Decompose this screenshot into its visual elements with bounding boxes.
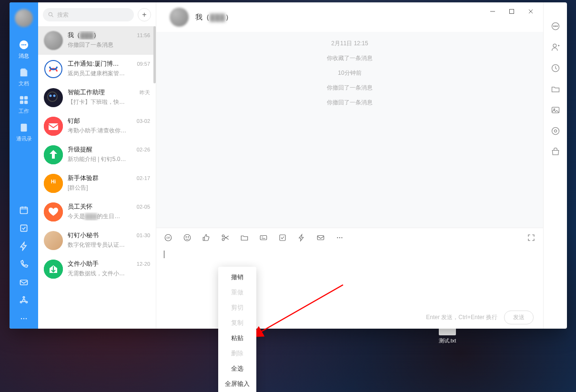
scissors-icon[interactable] [221,233,230,242]
thumbs-up-icon[interactable] [202,233,211,242]
close-button[interactable] [521,5,540,18]
docs-icon [10,67,38,79]
gif-icon[interactable]: GIF [164,233,172,242]
conversation-item[interactable]: 升级提醒02-26新功能介绍 | 钉钉5.0… [38,141,156,169]
search-input[interactable]: 搜索 [43,8,134,21]
user-avatar[interactable] [15,9,33,27]
conversation-avatar [44,231,63,250]
svg-point-24 [53,95,56,97]
conversation-preview: 今天是▓▓▓的生日… [68,212,150,221]
context-menu-item: 复制 [218,315,256,331]
nav-contacts[interactable]: 通讯录 [10,119,38,146]
nav-flash[interactable] [10,238,38,256]
nav-calendar[interactable] [10,202,38,220]
chat-header-avatar[interactable] [170,8,189,27]
svg-point-49 [556,26,557,27]
conversation-time: 02-26 [137,147,150,152]
fullscreen-icon[interactable] [527,233,536,242]
svg-point-18 [26,318,27,320]
nav-tasks[interactable] [10,220,38,238]
mail-icon[interactable] [316,233,325,242]
svg-point-44 [339,237,340,238]
conversation-name: 我（▓▓▓） [68,31,100,40]
conversation-avatar [44,117,63,136]
conversation-preview: 返岗员工健康档案管… [68,70,150,78]
card-icon[interactable] [259,233,268,242]
conversation-preview: [群公告] [68,184,150,192]
conversation-item[interactable]: Hi新手体验群02-17[群公告] [38,169,156,198]
message-input[interactable] [156,247,543,306]
nav-cloud[interactable] [10,292,38,311]
conversation-name: 文件小助手 [68,260,99,268]
conversation-preview: 无需数据线，文件小… [68,270,150,278]
context-menu-item[interactable]: 粘贴 [218,331,256,346]
conversation-time: 09:57 [137,61,150,67]
conversation-item[interactable]: 钉钉小秘书01-30数字化管理专员认证… [38,226,156,255]
minimize-button[interactable] [483,5,502,18]
svg-rect-8 [21,124,27,132]
svg-text:Hi: Hi [51,179,56,184]
nav-work[interactable]: 工作 [10,91,38,119]
conversation-name: 升级提醒 [68,145,92,154]
context-menu-item[interactable]: 全选 [218,361,256,376]
chat-message-area[interactable]: 2月11日 12:15你收藏了一条消息10分钟前你撤回了一条消息你撤回了一条消息 [156,32,543,228]
conversation-item[interactable]: 文件小助手12-20无需数据线，文件小… [38,255,156,283]
svg-point-12 [23,300,25,302]
svg-point-39 [222,238,224,241]
window-controls [483,5,540,18]
svg-point-36 [186,236,187,237]
svg-point-19 [49,12,52,16]
context-menu-item[interactable]: 撤销 [218,270,256,285]
nav-mail[interactable] [10,274,38,292]
svg-rect-9 [20,207,28,213]
chat-panel: 我（▓▓▓） 2月11日 12:15你收藏了一条消息10分钟前你撤回了一条消息你… [156,2,543,329]
conversation-item[interactable]: 智能工作助理昨天【打卡】下班啦，快… [38,83,156,112]
nav-docs[interactable]: 文档 [10,63,38,91]
link-icon[interactable] [551,126,560,136]
emoji-icon[interactable] [183,233,192,242]
svg-rect-41 [280,235,285,241]
right-toolbar [543,2,567,329]
chat-ellipsis-icon[interactable] [551,21,560,31]
nav-contacts-label: 通讯录 [16,136,32,141]
nav-phone[interactable] [10,256,38,274]
folder-open-icon[interactable] [551,84,560,94]
conversation-preview: 新功能介绍 | 钉钉5.0… [68,155,150,163]
conversation-name: 钉邮 [68,117,80,125]
checkbox-icon[interactable] [278,233,287,242]
folder-icon[interactable] [240,233,249,242]
image-icon[interactable] [551,105,560,115]
sidebar-nav: 消息 文档 工作 通讯录 [10,2,38,329]
svg-rect-40 [260,235,267,240]
conversation-preview: 数字化管理专员认证… [68,241,150,249]
apps-icon [10,95,38,106]
conversation-item[interactable]: 钉邮03-02考勤小助手:请查收你… [38,112,156,141]
svg-rect-26 [49,123,58,130]
add-button[interactable]: + [138,8,151,21]
context-menu: 撤销重做剪切复制粘贴删除全选全屏输入 [218,267,256,392]
search-row: 搜索 + [38,2,156,26]
nav-messages[interactable]: 消息 [10,36,38,63]
flash-icon[interactable] [297,233,306,242]
conversation-time: 12-20 [137,261,150,267]
context-menu-item: 剪切 [218,300,256,315]
svg-point-16 [21,318,22,320]
shop-icon[interactable] [551,147,560,157]
context-menu-item[interactable]: 全屏输入 [218,376,256,392]
conversation-item[interactable]: 工作通知:厦门博…09:57返岗员工健康档案管… [38,55,156,83]
conversation-item[interactable]: 员工关怀02-05今天是▓▓▓的生日… [38,198,156,226]
history-icon[interactable] [551,63,560,73]
maximize-button[interactable] [502,5,521,18]
conversation-time: 02-05 [137,204,150,210]
conversation-item[interactable]: 我（▓▓▓）11:56你撤回了一条消息 [38,26,156,55]
more-icon[interactable] [335,233,344,242]
add-user-icon[interactable] [551,42,560,52]
send-hint: Enter 发送，Ctrl+Enter 换行 [426,313,497,322]
send-button[interactable]: 发送 [504,311,534,324]
conversation-list[interactable]: 我（▓▓▓）11:56你撤回了一条消息工作通知:厦门博…09:57返岗员工健康档… [38,26,156,283]
svg-rect-4 [20,96,23,100]
svg-rect-5 [24,96,28,100]
conversation-time: 02-17 [137,175,150,181]
context-menu-item: 重做 [218,285,256,300]
nav-more[interactable] [10,311,38,329]
